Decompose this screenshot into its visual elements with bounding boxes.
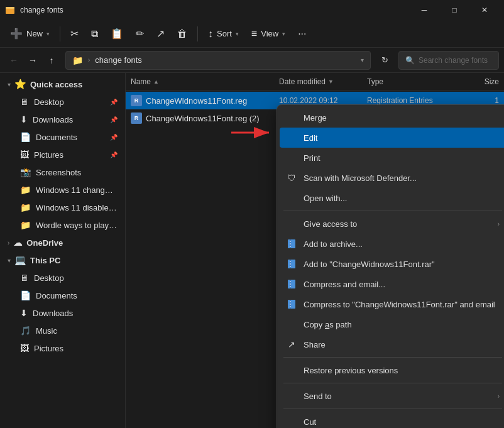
copy-button[interactable]: ⧉ (86, 24, 103, 44)
arrow-indicator (231, 123, 282, 144)
svg-rect-12 (288, 280, 295, 288)
sidebar-item-pc-pictures[interactable]: 🖼 Pictures (3, 339, 123, 357)
sidebar-item-pc-documents[interactable]: 📄 Documents (3, 287, 123, 304)
sidebar-item-documents-label: Documents (36, 133, 105, 142)
quick-access-section[interactable]: ▾ ⭐ Quick access (3, 75, 123, 93)
more-button[interactable]: ··· (293, 24, 311, 44)
ctx-share-label: Share (304, 340, 500, 349)
print-icon (286, 152, 297, 163)
add-archive-icon (286, 238, 297, 250)
col-date-sort-icon: ▼ (328, 79, 334, 85)
app-icon (5, 5, 15, 15)
window-controls: ─ □ ✕ (410, 0, 499, 20)
address-separator: › (88, 57, 90, 63)
sidebar-item-win11-change[interactable]: 📁 Windows 11 change fon (3, 181, 123, 199)
col-name-sort-icon: ▲ (153, 79, 159, 85)
cut-button[interactable]: ✂ (65, 24, 84, 44)
sidebar-item-win11-disable[interactable]: 📁 Windows 11 disable one (3, 199, 123, 216)
ctx-share[interactable]: ↗ Share (280, 334, 504, 354)
toolbar-separator-1 (60, 26, 60, 41)
ctx-compress-rar-email[interactable]: Compress to "ChangeWidnows11Font.rar" an… (280, 294, 504, 314)
maximize-button[interactable]: □ (440, 0, 469, 20)
col-name-header[interactable]: Name ▲ (131, 77, 279, 86)
onedrive-chevron: › (8, 239, 9, 246)
column-headers: Name ▲ Date modified ▼ Type Size (126, 73, 504, 91)
sidebar-item-screenshots[interactable]: 📸 Screenshots (3, 163, 123, 181)
pc-desktop-icon: 🖥 (20, 273, 29, 283)
pc-music-icon: 🎵 (20, 326, 31, 336)
merge-icon (286, 112, 297, 123)
col-type-header[interactable]: Type (367, 77, 461, 86)
search-placeholder: Search change fonts (419, 56, 488, 65)
svg-rect-10 (290, 263, 291, 265)
ctx-open-with[interactable]: Open with... (280, 188, 504, 208)
ctx-add-archive[interactable]: Add to archive... (280, 234, 504, 254)
view-button[interactable]: ≡ View ▾ (246, 24, 290, 44)
ctx-send-to-label: Send to (304, 392, 491, 401)
downloads-icon: ⬇ (20, 114, 28, 124)
win11-disable-icon: 📁 (20, 202, 31, 212)
minimize-button[interactable]: ─ (410, 0, 439, 20)
back-button[interactable]: ← (5, 52, 23, 69)
sidebar-item-pc-desktop[interactable]: 🖥 Desktop (3, 269, 123, 287)
ctx-scan[interactable]: 🛡 Scan with Microsoft Defender... (280, 168, 504, 188)
view-icon: ≡ (251, 28, 257, 40)
svg-rect-16 (290, 286, 291, 287)
ctx-restore[interactable]: Restore previous versions (280, 360, 504, 380)
close-button[interactable]: ✕ (470, 0, 499, 20)
view-label: View (261, 29, 278, 38)
sidebar-item-documents[interactable]: 📄 Documents 📌 (3, 128, 123, 146)
ctx-cut-icon (286, 416, 297, 427)
up-button[interactable]: ↑ (43, 52, 60, 69)
ctx-share-icon: ↗ (286, 339, 297, 350)
ctx-restore-label: Restore previous versions (304, 366, 500, 375)
ctx-give-access[interactable]: Give access to › (280, 214, 504, 234)
new-label: New (26, 29, 43, 38)
search-box[interactable]: 🔍 Search change fonts (398, 51, 499, 70)
pc-downloads-icon: ⬇ (20, 308, 28, 318)
sidebar-item-pc-downloads[interactable]: ⬇ Downloads (3, 304, 123, 322)
new-button[interactable]: ➕ New ▾ (5, 24, 55, 44)
col-date-header[interactable]: Date modified ▼ (279, 77, 367, 86)
forward-button[interactable]: → (24, 52, 41, 69)
ctx-print[interactable]: Print (280, 148, 504, 168)
paste-button[interactable]: 📋 (106, 24, 128, 44)
sidebar-item-pc-music-label: Music (36, 326, 118, 336)
scan-icon: 🛡 (286, 172, 297, 184)
pictures-icon: 🖼 (20, 150, 29, 160)
context-menu-overlay: Merge Edit Print 🛡 Scan with Microsoft D… (126, 91, 504, 428)
share-button[interactable]: ↗ (151, 24, 170, 44)
ctx-compress-email[interactable]: Compress and email... (280, 274, 504, 294)
col-name-label: Name (131, 77, 151, 86)
ctx-merge[interactable]: Merge (280, 107, 504, 128)
sort-button[interactable]: ↕ Sort ▾ (203, 24, 244, 44)
ctx-print-label: Print (304, 153, 500, 163)
address-dropdown-icon[interactable]: ▾ (361, 57, 364, 63)
onedrive-section[interactable]: › ☁ OneDrive (3, 234, 123, 251)
sidebar-item-wordle-label: Wordle ways to play old (36, 221, 118, 230)
ctx-copy-path[interactable]: Copy as path (280, 314, 504, 334)
sidebar-item-pictures[interactable]: 🖼 Pictures 📌 (3, 146, 123, 163)
ctx-sep-4 (283, 409, 502, 409)
delete-button[interactable]: 🗑 (172, 24, 192, 44)
sidebar-item-pc-music[interactable]: 🎵 Music (3, 322, 123, 339)
ctx-sep-1 (283, 211, 502, 211)
ctx-send-to[interactable]: Send to › (280, 386, 504, 406)
restore-icon (286, 365, 297, 376)
ctx-add-rar[interactable]: Add to "ChangeWidnows11Font.rar" (280, 254, 504, 274)
pc-documents-icon: 📄 (20, 290, 31, 300)
pin-icon-3: 📌 (110, 134, 118, 141)
quick-access-chevron: ▾ (8, 81, 11, 88)
sidebar-item-desktop[interactable]: 🖥 Desktop 📌 (3, 93, 123, 111)
sidebar-item-wordle[interactable]: 📁 Wordle ways to play old (3, 216, 123, 234)
ctx-cut[interactable]: Cut (280, 412, 504, 428)
col-type-label: Type (367, 77, 383, 86)
col-size-header[interactable]: Size (461, 77, 499, 86)
sidebar-item-pc-documents-label: Documents (36, 291, 118, 300)
rename-button[interactable]: ✏ (131, 24, 149, 44)
ctx-edit[interactable]: Edit (280, 128, 504, 148)
sidebar-item-downloads[interactable]: ⬇ Downloads 📌 (3, 111, 123, 128)
refresh-button[interactable]: ↻ (376, 52, 393, 69)
thispc-section[interactable]: ▾ 💻 This PC (3, 251, 123, 269)
address-input[interactable]: 📁 › change fonts ▾ (65, 51, 371, 70)
